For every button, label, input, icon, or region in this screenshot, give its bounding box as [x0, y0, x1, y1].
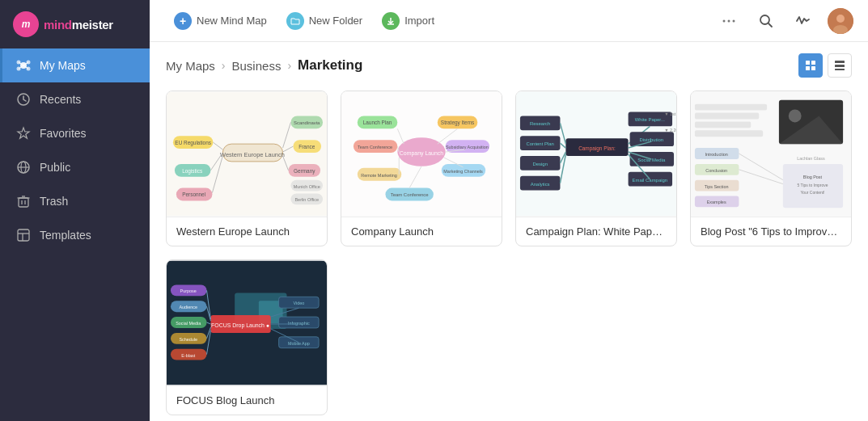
sidebar-item-trash[interactable]: Trash — [0, 184, 150, 218]
search-button[interactable] — [753, 8, 779, 34]
new-folder-button[interactable]: New Folder — [277, 7, 372, 35]
svg-text:Conclusion: Conclusion — [705, 168, 727, 173]
svg-rect-124 — [695, 121, 751, 128]
svg-text:Infographic: Infographic — [288, 321, 310, 326]
main-content: + New Mind Map New Folder Import — [150, 0, 868, 421]
card-label-2: Company Launch — [341, 217, 502, 246]
svg-point-24 — [723, 19, 726, 22]
card-label-3: Campaign Plan: White Paper Launch — [516, 217, 676, 246]
svg-rect-125 — [695, 130, 763, 137]
sidebar-nav: My Maps Recents Favorites — [0, 48, 150, 421]
card-thumbnail-4: Lachlan Glass Blog Post 5 Tips to Improv… — [691, 91, 851, 217]
svg-text:Munich Office: Munich Office — [294, 184, 320, 189]
breadcrumb-bar: My Maps › Business › Marketing — [150, 42, 868, 86]
svg-rect-37 — [835, 65, 845, 67]
svg-text:Your Content!: Your Content! — [800, 191, 824, 195]
svg-rect-32 — [806, 61, 810, 65]
svg-text:FOCUS Drop Launch ●: FOCUS Drop Launch ● — [211, 322, 269, 329]
svg-text:Subsidiary Acquisition: Subsidiary Acquisition — [446, 145, 489, 149]
sidebar-label-templates: Templates — [40, 229, 91, 242]
svg-rect-33 — [811, 61, 815, 65]
svg-rect-122 — [695, 104, 767, 111]
svg-text:Analytics: Analytics — [531, 182, 550, 187]
grid-view-button[interactable] — [798, 53, 823, 78]
svg-text:Germany: Germany — [294, 168, 315, 175]
svg-text:Content Plan: Content Plan — [527, 141, 554, 146]
svg-text:Social Media: Social Media — [637, 158, 666, 162]
sidebar-item-favorites[interactable]: Favorites — [0, 116, 150, 150]
user-avatar[interactable] — [828, 8, 853, 34]
svg-rect-19 — [18, 229, 29, 241]
svg-text:Schedule: Schedule — [179, 337, 197, 342]
sidebar-item-public[interactable]: Public — [0, 150, 150, 184]
sidebar-label-public: Public — [40, 161, 70, 174]
svg-text:▼ 1st august: ▼ 1st august — [664, 112, 676, 116]
svg-text:▼ 2,200 readers: ▼ 2,200 readers — [664, 128, 676, 133]
svg-text:Tips Section: Tips Section — [705, 184, 729, 189]
svg-point-27 — [760, 15, 769, 24]
card-focus-blog[interactable]: FOCUS Drop Launch ● Purpose Audience Soc… — [166, 259, 328, 415]
cards-area: Western Europe Launch Logistics EU Regul… — [150, 86, 868, 421]
svg-text:Berlin Office: Berlin Office — [294, 197, 319, 202]
svg-rect-35 — [811, 66, 815, 70]
topbar-right — [716, 8, 853, 34]
recents-icon — [15, 91, 32, 107]
svg-text:Western Europe Launch: Western Europe Launch — [220, 151, 285, 158]
activity-button[interactable] — [790, 8, 816, 34]
list-view-button[interactable] — [828, 53, 852, 78]
svg-point-26 — [733, 19, 735, 22]
svg-text:Video: Video — [293, 301, 304, 305]
svg-rect-34 — [806, 66, 810, 70]
card-company-launch[interactable]: Company Launch Strategy Items Subsidiary… — [341, 91, 502, 246]
breadcrumb-sep-2: › — [287, 59, 291, 72]
svg-text:Launch Plan: Launch Plan — [363, 120, 392, 125]
card-campaign-plan[interactable]: Campaign Plan: White Paper... Distributi… — [515, 91, 677, 246]
svg-rect-36 — [835, 61, 845, 63]
sidebar-item-my-maps[interactable]: My Maps — [0, 48, 150, 82]
svg-text:Social Media: Social Media — [176, 321, 201, 326]
new-mind-map-icon: + — [174, 12, 192, 30]
import-button[interactable]: Import — [372, 7, 444, 35]
svg-text:Lachlan Glass: Lachlan Glass — [797, 156, 825, 161]
sidebar: m mindmeister My Maps — [0, 0, 150, 421]
new-mind-map-button[interactable]: + New Mind Map — [164, 7, 277, 35]
templates-icon — [15, 227, 32, 243]
svg-text:Team Conference: Team Conference — [358, 145, 392, 149]
logo-area: m mindmeister — [0, 0, 150, 48]
svg-text:Mobile App: Mobile App — [288, 341, 310, 346]
sidebar-label-my-maps: My Maps — [40, 59, 86, 72]
card-western-europe[interactable]: Western Europe Launch Logistics EU Regul… — [166, 91, 328, 246]
breadcrumb: My Maps › Business › Marketing — [166, 57, 362, 74]
public-icon — [15, 159, 32, 175]
svg-text:Marketing Channels: Marketing Channels — [443, 169, 483, 174]
more-options-button[interactable] — [716, 8, 742, 34]
view-toggle — [798, 53, 852, 78]
svg-text:Design: Design — [532, 162, 547, 166]
svg-text:Scandinavia: Scandinavia — [294, 120, 320, 125]
card-blog-post[interactable]: Lachlan Glass Blog Post 5 Tips to Improv… — [690, 91, 852, 246]
breadcrumb-root[interactable]: My Maps — [166, 59, 215, 73]
svg-point-119 — [789, 110, 802, 123]
svg-marker-10 — [18, 128, 29, 138]
trash-icon — [15, 193, 32, 209]
sidebar-item-templates[interactable]: Templates — [0, 218, 150, 252]
sidebar-item-recents[interactable]: Recents — [0, 82, 150, 116]
card-thumbnail-5: FOCUS Drop Launch ● Purpose Audience Soc… — [167, 260, 327, 385]
favorites-icon — [15, 125, 32, 141]
svg-text:Purpose: Purpose — [180, 288, 197, 293]
breadcrumb-sep-1: › — [222, 59, 226, 72]
svg-text:Team Conference: Team Conference — [391, 192, 430, 197]
card-thumbnail-2: Company Launch Strategy Items Subsidiary… — [341, 91, 502, 217]
card-thumbnail-3: Campaign Plan: White Paper... Distributi… — [516, 91, 676, 217]
app-logo-icon: m — [13, 11, 39, 37]
svg-rect-38 — [835, 69, 845, 70]
sidebar-label-favorites: Favorites — [40, 127, 87, 140]
svg-point-25 — [728, 19, 730, 22]
sidebar-label-recents: Recents — [40, 93, 81, 106]
svg-text:Research: Research — [530, 121, 550, 126]
breadcrumb-level1[interactable]: Business — [232, 59, 282, 73]
svg-text:Examples: Examples — [707, 200, 726, 204]
svg-text:EU Regulations: EU Regulations — [175, 140, 211, 146]
cards-grid: Western Europe Launch Logistics EU Regul… — [166, 91, 852, 415]
svg-text:Audience: Audience — [179, 305, 197, 309]
